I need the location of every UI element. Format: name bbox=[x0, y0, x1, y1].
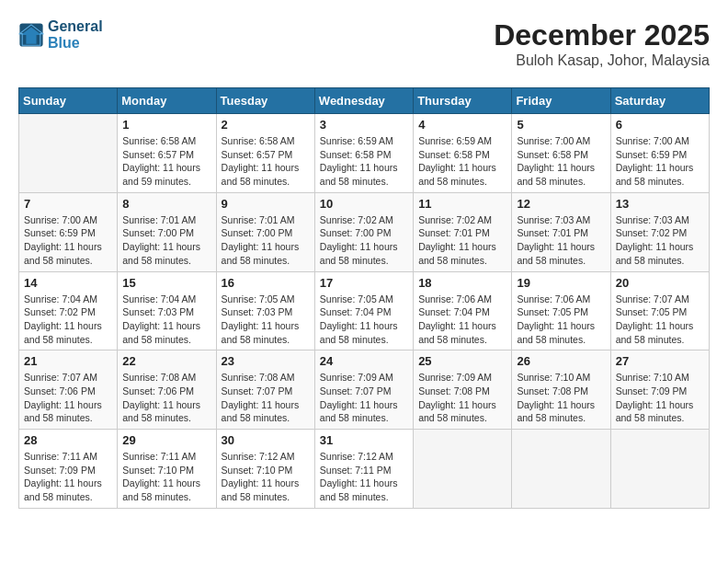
calendar-day-cell bbox=[610, 430, 709, 509]
day-number: 1 bbox=[122, 118, 210, 132]
day-info: Sunrise: 7:10 AM Sunset: 7:09 PM Dayligh… bbox=[616, 371, 704, 425]
day-number: 13 bbox=[616, 197, 704, 211]
calendar-day-cell: 9Sunrise: 7:01 AM Sunset: 7:00 PM Daylig… bbox=[216, 192, 314, 271]
day-number: 27 bbox=[616, 354, 704, 368]
calendar-day-cell bbox=[512, 430, 610, 509]
calendar-day-cell: 28Sunrise: 7:11 AM Sunset: 7:09 PM Dayli… bbox=[19, 430, 118, 509]
day-info: Sunrise: 7:05 AM Sunset: 7:03 PM Dayligh… bbox=[222, 293, 310, 347]
calendar-day-cell: 21Sunrise: 7:07 AM Sunset: 7:06 PM Dayli… bbox=[19, 350, 118, 430]
calendar-day-cell: 10Sunrise: 7:02 AM Sunset: 7:00 PM Dayli… bbox=[314, 192, 413, 271]
day-info: Sunrise: 7:02 AM Sunset: 7:01 PM Dayligh… bbox=[418, 213, 506, 268]
calendar-body: 1Sunrise: 6:58 AM Sunset: 6:57 PM Daylig… bbox=[19, 114, 710, 509]
calendar-day-cell: 26Sunrise: 7:10 AM Sunset: 7:08 PM Dayli… bbox=[512, 350, 610, 430]
calendar-day-cell: 13Sunrise: 7:03 AM Sunset: 7:02 PM Dayli… bbox=[610, 192, 709, 271]
weekday-header-cell: Monday bbox=[118, 88, 216, 114]
day-number: 3 bbox=[320, 118, 408, 132]
day-number: 2 bbox=[222, 118, 310, 132]
calendar-day-cell: 20Sunrise: 7:07 AM Sunset: 7:05 PM Dayli… bbox=[610, 271, 709, 350]
logo-text-line2: Blue bbox=[48, 35, 103, 52]
day-number: 14 bbox=[24, 276, 112, 290]
calendar-table: SundayMondayTuesdayWednesdayThursdayFrid… bbox=[18, 87, 710, 509]
day-number: 25 bbox=[418, 354, 506, 368]
day-info: Sunrise: 7:11 AM Sunset: 7:09 PM Dayligh… bbox=[24, 450, 112, 504]
day-info: Sunrise: 7:03 AM Sunset: 7:02 PM Dayligh… bbox=[616, 213, 704, 268]
calendar-day-cell: 30Sunrise: 7:12 AM Sunset: 7:10 PM Dayli… bbox=[216, 430, 314, 509]
calendar-day-cell: 5Sunrise: 7:00 AM Sunset: 6:58 PM Daylig… bbox=[512, 114, 610, 193]
month-year-title: December 2025 bbox=[494, 18, 710, 52]
day-number: 5 bbox=[517, 118, 605, 132]
weekday-header-cell: Saturday bbox=[610, 88, 709, 114]
weekday-header-cell: Wednesday bbox=[314, 88, 413, 114]
day-number: 15 bbox=[122, 276, 210, 290]
day-number: 16 bbox=[222, 276, 310, 290]
calendar-week-row: 1Sunrise: 6:58 AM Sunset: 6:57 PM Daylig… bbox=[19, 114, 710, 193]
calendar-day-cell: 7Sunrise: 7:00 AM Sunset: 6:59 PM Daylig… bbox=[19, 192, 118, 271]
day-info: Sunrise: 7:01 AM Sunset: 7:00 PM Dayligh… bbox=[122, 213, 210, 268]
calendar-day-cell: 6Sunrise: 7:00 AM Sunset: 6:59 PM Daylig… bbox=[610, 114, 709, 193]
day-info: Sunrise: 7:03 AM Sunset: 7:01 PM Dayligh… bbox=[517, 213, 605, 268]
day-info: Sunrise: 7:02 AM Sunset: 7:00 PM Dayligh… bbox=[320, 213, 408, 268]
day-number: 6 bbox=[616, 118, 704, 132]
calendar-day-cell: 14Sunrise: 7:04 AM Sunset: 7:02 PM Dayli… bbox=[19, 271, 118, 350]
calendar-day-cell: 4Sunrise: 6:59 AM Sunset: 6:58 PM Daylig… bbox=[414, 114, 512, 193]
calendar-week-row: 7Sunrise: 7:00 AM Sunset: 6:59 PM Daylig… bbox=[19, 192, 710, 271]
calendar-day-cell: 2Sunrise: 6:58 AM Sunset: 6:57 PM Daylig… bbox=[216, 114, 314, 193]
calendar-week-row: 28Sunrise: 7:11 AM Sunset: 7:09 PM Dayli… bbox=[19, 430, 710, 509]
calendar-day-cell: 22Sunrise: 7:08 AM Sunset: 7:06 PM Dayli… bbox=[118, 350, 216, 430]
day-info: Sunrise: 7:12 AM Sunset: 7:10 PM Dayligh… bbox=[222, 450, 310, 504]
day-number: 17 bbox=[320, 276, 408, 290]
calendar-day-cell: 24Sunrise: 7:09 AM Sunset: 7:07 PM Dayli… bbox=[314, 350, 413, 430]
day-info: Sunrise: 7:07 AM Sunset: 7:06 PM Dayligh… bbox=[24, 371, 112, 425]
calendar-day-cell: 27Sunrise: 7:10 AM Sunset: 7:09 PM Dayli… bbox=[610, 350, 709, 430]
calendar-day-cell: 29Sunrise: 7:11 AM Sunset: 7:10 PM Dayli… bbox=[118, 430, 216, 509]
logo-text-line1: General bbox=[48, 18, 103, 35]
day-info: Sunrise: 7:05 AM Sunset: 7:04 PM Dayligh… bbox=[320, 293, 408, 347]
day-number: 9 bbox=[222, 197, 310, 211]
weekday-header-cell: Sunday bbox=[19, 88, 118, 114]
calendar-day-cell: 12Sunrise: 7:03 AM Sunset: 7:01 PM Dayli… bbox=[512, 192, 610, 271]
day-info: Sunrise: 7:07 AM Sunset: 7:05 PM Dayligh… bbox=[616, 293, 704, 347]
calendar-day-cell: 15Sunrise: 7:04 AM Sunset: 7:03 PM Dayli… bbox=[118, 271, 216, 350]
calendar-day-cell: 8Sunrise: 7:01 AM Sunset: 7:00 PM Daylig… bbox=[118, 192, 216, 271]
day-number: 29 bbox=[122, 433, 210, 447]
day-number: 22 bbox=[122, 354, 210, 368]
calendar-week-row: 14Sunrise: 7:04 AM Sunset: 7:02 PM Dayli… bbox=[19, 271, 710, 350]
calendar-day-cell: 17Sunrise: 7:05 AM Sunset: 7:04 PM Dayli… bbox=[314, 271, 413, 350]
day-number: 12 bbox=[517, 197, 605, 211]
day-number: 28 bbox=[24, 433, 112, 447]
logo-icon bbox=[18, 22, 44, 48]
day-info: Sunrise: 6:59 AM Sunset: 6:58 PM Dayligh… bbox=[418, 134, 506, 189]
day-info: Sunrise: 7:06 AM Sunset: 7:04 PM Dayligh… bbox=[418, 293, 506, 347]
day-number: 21 bbox=[24, 354, 112, 368]
day-number: 20 bbox=[616, 276, 704, 290]
calendar-day-cell: 3Sunrise: 6:59 AM Sunset: 6:58 PM Daylig… bbox=[314, 114, 413, 193]
logo: General Blue bbox=[18, 18, 103, 51]
day-info: Sunrise: 6:59 AM Sunset: 6:58 PM Dayligh… bbox=[320, 134, 408, 189]
day-info: Sunrise: 7:12 AM Sunset: 7:11 PM Dayligh… bbox=[320, 450, 408, 504]
calendar-day-cell: 18Sunrise: 7:06 AM Sunset: 7:04 PM Dayli… bbox=[414, 271, 512, 350]
day-info: Sunrise: 7:09 AM Sunset: 7:08 PM Dayligh… bbox=[418, 371, 506, 425]
weekday-header-cell: Thursday bbox=[414, 88, 512, 114]
title-section: December 2025 Buloh Kasap, Johor, Malays… bbox=[494, 18, 710, 69]
day-number: 11 bbox=[418, 197, 506, 211]
calendar-day-cell bbox=[19, 114, 118, 193]
day-number: 10 bbox=[320, 197, 408, 211]
day-info: Sunrise: 7:08 AM Sunset: 7:07 PM Dayligh… bbox=[222, 371, 310, 425]
day-info: Sunrise: 7:04 AM Sunset: 7:02 PM Dayligh… bbox=[24, 293, 112, 347]
day-number: 19 bbox=[517, 276, 605, 290]
location-subtitle: Buloh Kasap, Johor, Malaysia bbox=[494, 52, 710, 69]
day-number: 8 bbox=[122, 197, 210, 211]
calendar-day-cell: 16Sunrise: 7:05 AM Sunset: 7:03 PM Dayli… bbox=[216, 271, 314, 350]
calendar-day-cell: 11Sunrise: 7:02 AM Sunset: 7:01 PM Dayli… bbox=[414, 192, 512, 271]
day-number: 24 bbox=[320, 354, 408, 368]
calendar-day-cell: 25Sunrise: 7:09 AM Sunset: 7:08 PM Dayli… bbox=[414, 350, 512, 430]
day-number: 4 bbox=[418, 118, 506, 132]
weekday-header-cell: Friday bbox=[512, 88, 610, 114]
day-info: Sunrise: 6:58 AM Sunset: 6:57 PM Dayligh… bbox=[222, 134, 310, 189]
day-number: 23 bbox=[222, 354, 310, 368]
weekday-header-cell: Tuesday bbox=[216, 88, 314, 114]
day-info: Sunrise: 7:00 AM Sunset: 6:58 PM Dayligh… bbox=[517, 134, 605, 189]
day-info: Sunrise: 7:09 AM Sunset: 7:07 PM Dayligh… bbox=[320, 371, 408, 425]
day-info: Sunrise: 7:04 AM Sunset: 7:03 PM Dayligh… bbox=[122, 293, 210, 347]
day-info: Sunrise: 7:06 AM Sunset: 7:05 PM Dayligh… bbox=[517, 293, 605, 347]
